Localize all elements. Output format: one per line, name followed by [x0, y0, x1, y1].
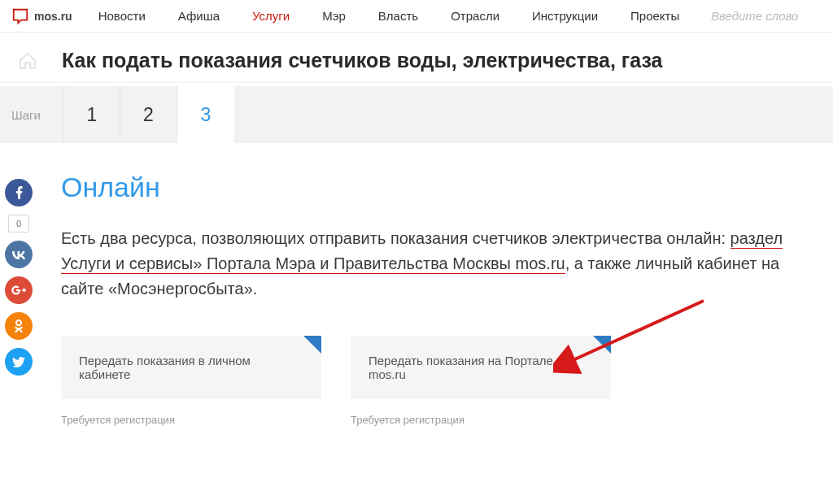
logo-icon [11, 7, 29, 25]
nav-item-authority[interactable]: Власть [378, 9, 418, 23]
main-nav: Новости Афиша Услуги Мэр Власть Отрасли … [84, 9, 680, 23]
card-title: Передать показания в личном кабинете [79, 354, 251, 381]
search-input[interactable] [711, 9, 809, 23]
nav-item-mayor[interactable]: Мэр [322, 9, 346, 23]
search-box [687, 9, 833, 24]
home-icon[interactable] [18, 51, 37, 71]
steps-label: Шаги [0, 108, 63, 122]
card-personal-cabinet[interactable]: Передать показания в личном кабинете [61, 336, 321, 399]
title-bar: Как подать показания счетчиков воды, эле… [0, 33, 833, 83]
nav-item-industries[interactable]: Отрасли [451, 9, 499, 23]
card-portal-mosru[interactable]: Передать показания на Портале mos.ru [351, 336, 611, 399]
card-corner-icon [593, 336, 611, 354]
nav-item-instructions[interactable]: Инструкции [532, 9, 598, 23]
card-note: Требуется регистрация [351, 414, 611, 426]
step-tab-1[interactable]: 1 [63, 86, 120, 143]
section-heading: Онлайн [61, 172, 813, 203]
top-navbar: mos.ru Новости Афиша Услуги Мэр Власть О… [0, 0, 833, 33]
steps-row: Шаги 1 2 3 [0, 86, 833, 143]
section-paragraph: Есть два ресурса, позволяющих отправить … [61, 226, 813, 302]
nav-item-news[interactable]: Новости [98, 9, 146, 23]
cards-row: Передать показания в личном кабинете Тре… [61, 336, 813, 426]
logo[interactable]: mos.ru [0, 7, 84, 25]
logo-text: mos.ru [34, 10, 72, 23]
content-area: Онлайн Есть два ресурса, позволяющих отп… [0, 143, 833, 426]
card-wrap-0: Передать показания в личном кабинете Тре… [61, 336, 321, 426]
step-tab-3[interactable]: 3 [177, 86, 234, 143]
page-title: Как подать показания счетчиков воды, эле… [62, 49, 662, 72]
card-title: Передать показания на Портале mos.ru [369, 354, 553, 381]
card-corner-icon [303, 336, 321, 354]
para-pre: Есть два ресурса, позволяющих отправить … [61, 229, 731, 247]
nav-item-services[interactable]: Услуги [252, 9, 290, 23]
nav-item-afisha[interactable]: Афиша [178, 9, 220, 23]
card-wrap-1: Передать показания на Портале mos.ru Тре… [351, 336, 611, 426]
step-tab-2[interactable]: 2 [120, 86, 177, 143]
card-note: Требуется регистрация [61, 414, 321, 426]
nav-item-projects[interactable]: Проекты [630, 9, 679, 23]
